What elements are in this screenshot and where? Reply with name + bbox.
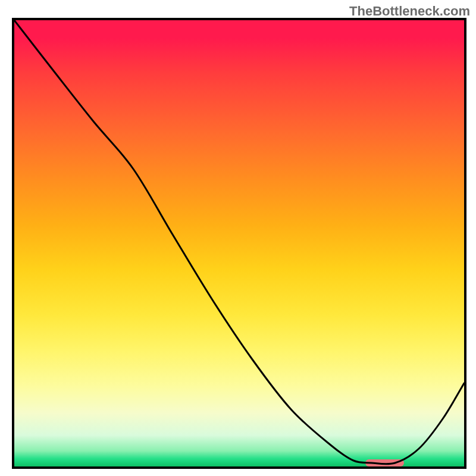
bottleneck-curve — [14, 20, 464, 466]
plot-frame — [12, 18, 466, 469]
chart-canvas: TheBottleneck.com — [0, 0, 476, 476]
watermark-text: TheBottleneck.com — [349, 4, 470, 19]
curve-path — [14, 20, 464, 464]
